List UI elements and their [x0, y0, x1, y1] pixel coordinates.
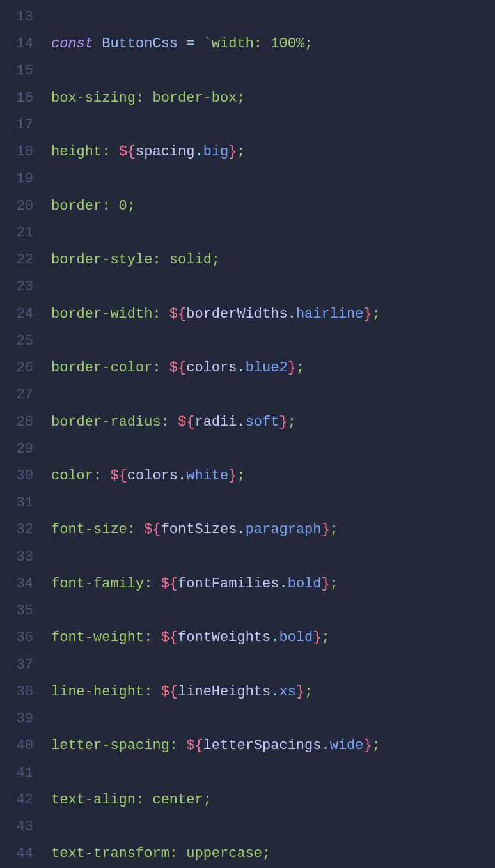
dot: .: [194, 144, 203, 160]
line-number: 15: [0, 58, 33, 84]
line-number: 24: [0, 301, 33, 328]
interp-lbrace: {: [169, 630, 178, 646]
property: wide: [330, 738, 364, 754]
backtick: `: [203, 36, 212, 52]
line-number: 39: [0, 706, 33, 732]
interp-dollar: $: [169, 360, 178, 376]
css-rule: font-size:: [51, 522, 144, 538]
line-number: 37: [0, 652, 33, 679]
property: blue2: [246, 360, 288, 376]
interp-dollar: $: [161, 684, 169, 700]
code-line[interactable]: color: ${colors.white};: [51, 463, 495, 490]
line-number: 38: [0, 679, 33, 706]
code-line[interactable]: border-width: ${borderWidths.hairline};: [51, 301, 495, 328]
interp-lbrace: {: [178, 360, 186, 376]
property: bold: [288, 576, 322, 592]
css-rule: height:: [51, 144, 119, 160]
interp-dollar: $: [119, 144, 127, 160]
code-line[interactable]: font-weight: ${fontWeights.bold};: [51, 624, 495, 651]
property: big: [203, 144, 229, 160]
code-line[interactable]: text-transform: uppercase;: [51, 841, 495, 867]
interp-rbrace: }: [228, 468, 237, 484]
dot: .: [271, 684, 279, 700]
dot: .: [321, 738, 329, 754]
interp-dollar: $: [161, 630, 169, 646]
css-rule: line-height:: [51, 684, 161, 700]
dot: .: [279, 576, 287, 592]
line-number: 35: [0, 598, 33, 624]
line-number: 30: [0, 463, 33, 490]
line-number: 40: [0, 732, 33, 759]
code-line[interactable]: box-sizing: border-box;: [51, 85, 495, 112]
interp-dollar: $: [186, 738, 194, 754]
dot: .: [288, 306, 296, 322]
line-number: 28: [0, 409, 33, 436]
identifier: fontSizes: [161, 522, 237, 538]
interp-lbrace: {: [186, 414, 194, 430]
interp-rbrace: }: [313, 630, 321, 646]
code-line[interactable]: height: ${spacing.big};: [51, 139, 495, 166]
code-line[interactable]: border-radius: ${radii.soft};: [51, 409, 495, 436]
semi: ;: [237, 468, 245, 484]
code-area[interactable]: const ButtonCss = `width: 100%; box-sizi…: [38, 4, 495, 868]
property: bold: [279, 630, 313, 646]
code-line[interactable]: border-color: ${colors.blue2};: [51, 355, 495, 382]
property: paragraph: [246, 522, 322, 538]
identifier: fontWeights: [178, 630, 271, 646]
semi: ;: [372, 738, 381, 754]
code-line[interactable]: border-style: solid;: [51, 247, 495, 274]
keyword-const: const: [51, 36, 93, 52]
interp-dollar: $: [169, 306, 178, 322]
interp-rbrace: }: [279, 414, 287, 430]
line-number: 34: [0, 571, 33, 598]
semi: ;: [330, 522, 338, 538]
interp-lbrace: {: [127, 144, 136, 160]
operator-eq: =: [178, 36, 203, 52]
semi: ;: [288, 414, 296, 430]
property: hairline: [296, 306, 364, 322]
code-line[interactable]: letter-spacing: ${letterSpacings.wide};: [51, 732, 495, 759]
identifier: colors: [127, 468, 178, 484]
dot: .: [237, 414, 245, 430]
line-number: 36: [0, 624, 33, 651]
interp-dollar: $: [110, 468, 118, 484]
line-number: 43: [0, 814, 33, 841]
line-number-gutter: 13 14 15 16 17 18 19 20 21 22 23 24 25 2…: [0, 4, 38, 868]
line-number: 32: [0, 516, 33, 543]
css-rule: color:: [51, 468, 110, 484]
identifier: lineHeights: [178, 684, 271, 700]
line-number: 44: [0, 841, 33, 867]
code-editor[interactable]: 13 14 15 16 17 18 19 20 21 22 23 24 25 2…: [0, 0, 495, 868]
css-rule: border-width:: [51, 306, 169, 322]
code-line[interactable]: font-family: ${fontFamilies.bold};: [51, 571, 495, 598]
line-number: 16: [0, 85, 33, 112]
css-rule: letter-spacing:: [51, 738, 186, 754]
interp-dollar: $: [161, 576, 169, 592]
css-rule: width: 100%;: [212, 36, 313, 52]
code-line[interactable]: border: 0;: [51, 193, 495, 220]
interp-dollar: $: [178, 414, 186, 430]
css-rule: border-color:: [51, 360, 169, 376]
interp-rbrace: }: [364, 738, 372, 754]
semi: ;: [237, 144, 245, 160]
dot: .: [178, 468, 186, 484]
css-rule: font-family:: [51, 576, 161, 592]
interp-rbrace: }: [322, 522, 330, 538]
code-line[interactable]: line-height: ${lineHeights.xs};: [51, 679, 495, 706]
code-line[interactable]: text-align: center;: [51, 787, 495, 814]
css-rule: border-radius:: [51, 414, 178, 430]
line-number: 29: [0, 436, 33, 463]
interp-rbrace: }: [364, 306, 372, 322]
interp-rbrace: }: [322, 576, 330, 592]
css-rule: font-weight:: [51, 630, 161, 646]
code-line[interactable]: font-size: ${fontSizes.paragraph};: [51, 516, 495, 543]
css-rule: box-sizing: border-box;: [51, 90, 246, 106]
interp-rbrace: }: [228, 144, 237, 160]
line-number: 42: [0, 787, 33, 814]
semi: ;: [330, 576, 338, 592]
code-line[interactable]: const ButtonCss = `width: 100%;: [51, 31, 495, 58]
css-rule: text-transform: uppercase;: [51, 846, 271, 862]
interp-lbrace: {: [152, 522, 161, 538]
identifier: ButtonCss: [102, 36, 178, 52]
line-number: 31: [0, 490, 33, 516]
